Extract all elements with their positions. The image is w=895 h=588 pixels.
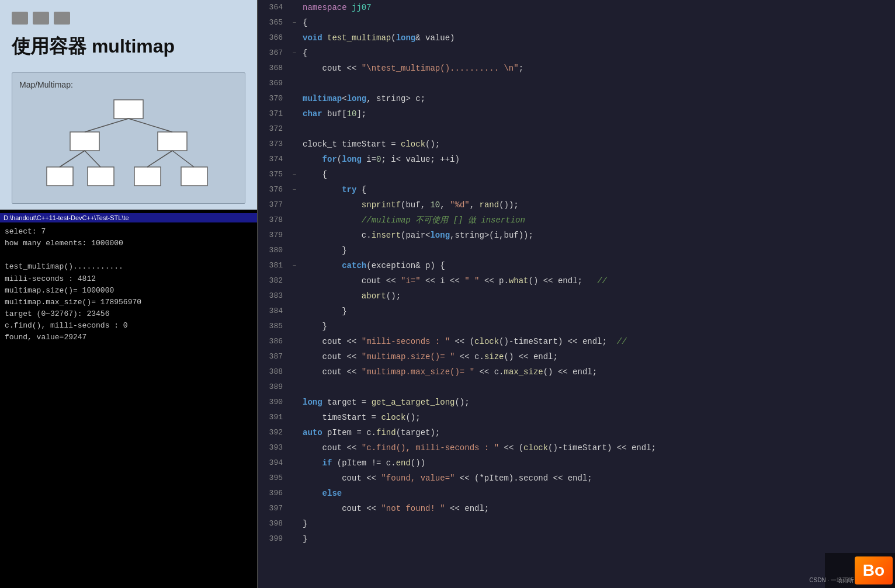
code-row-372: 372 <box>258 121 895 137</box>
code-row-390: 390 long target = get_a_target_long(); <box>258 395 895 410</box>
fold-377 <box>289 197 300 213</box>
fold-399 <box>289 531 300 547</box>
line-num-391: 391 <box>258 410 289 425</box>
code-row-369: 369 <box>258 76 895 91</box>
code-row-394: 394 if (pItem != c.end()) <box>258 455 895 471</box>
terminal-title-bar: D:\handout\C++11-test-DevC++\Test-STL\te <box>0 213 257 222</box>
code-line-390: long target = get_a_target_long(); <box>300 395 895 410</box>
code-line-395: cout << "found, value=" << (*pItem).seco… <box>300 471 895 486</box>
fold-369 <box>289 76 300 91</box>
fold-392 <box>289 425 300 440</box>
code-row-374: 374 for(long i=0; i< value; ++i) <box>258 152 895 167</box>
line-num-382: 382 <box>258 273 289 288</box>
terminal-line-4: milli-seconds : 4812 <box>5 273 252 285</box>
fold-375[interactable]: − <box>289 167 300 182</box>
code-row-378: 378 //multimap 不可使用 [] 做 insertion <box>258 213 895 228</box>
line-num-393: 393 <box>258 440 289 455</box>
code-line-386: cout << "milli-seconds : " << (clock()-t… <box>300 334 895 349</box>
code-line-396: else <box>300 486 895 501</box>
code-line-367: { <box>300 46 895 61</box>
line-num-366: 366 <box>258 30 289 46</box>
line-num-387: 387 <box>258 349 289 364</box>
fold-365[interactable]: − <box>289 15 300 30</box>
fold-370 <box>289 91 300 106</box>
fold-388 <box>289 364 300 380</box>
left-panel: 使用容器 multimap Map/Multimap: <box>0 0 257 588</box>
code-line-381: catch(exception& p) { <box>300 258 895 273</box>
win-btn-3[interactable] <box>54 12 70 25</box>
fold-376[interactable]: − <box>289 182 300 197</box>
code-line-388: cout << "multimap.max_size()= " << c.max… <box>300 364 895 380</box>
fold-380 <box>289 243 300 258</box>
fold-387 <box>289 349 300 364</box>
fold-381[interactable]: − <box>289 258 300 273</box>
code-row-383: 383 abort(); <box>258 288 895 304</box>
line-num-374: 374 <box>258 152 289 167</box>
svg-line-9 <box>60 151 85 167</box>
fold-391 <box>289 410 300 425</box>
win-btn-1[interactable] <box>12 12 28 25</box>
code-line-391: timeStart = clock(); <box>300 410 895 425</box>
fold-364[interactable] <box>289 0 300 15</box>
fold-366[interactable] <box>289 30 300 46</box>
fold-379 <box>289 228 300 243</box>
code-row-399: 399 } <box>258 531 895 547</box>
svg-rect-0 <box>114 100 143 119</box>
code-row-368: 368 cout << "\ntest_multimap()..........… <box>258 61 895 76</box>
code-line-375: { <box>300 167 895 182</box>
line-num-381: 381 <box>258 258 289 273</box>
line-num-386: 386 <box>258 334 289 349</box>
fold-393 <box>289 440 300 455</box>
fold-396 <box>289 486 300 501</box>
code-row-373: 373 clock_t timeStart = clock(); <box>258 137 895 152</box>
code-line-399: } <box>300 531 895 547</box>
code-line-374: for(long i=0; i< value; ++i) <box>300 152 895 167</box>
terminal-line-1: how many elements: 1000000 <box>5 238 252 249</box>
code-line-366: void test_multimap(long& value) <box>300 30 895 46</box>
code-line-398: } <box>300 516 895 531</box>
code-row-385: 385 } <box>258 319 895 334</box>
code-line-364: namespace jj07 <box>300 0 895 15</box>
code-row-388: 388 cout << "multimap.max_size()= " << c… <box>258 364 895 380</box>
svg-rect-1 <box>70 132 99 151</box>
code-line-382: cout << "i=" << i << " " << p.what() << … <box>300 273 895 288</box>
code-line-370: multimap<long, string> c; <box>300 91 895 106</box>
code-line-394: if (pItem != c.end()) <box>300 455 895 471</box>
code-row-389: 389 <box>258 380 895 395</box>
line-num-367: 367 <box>258 46 289 61</box>
code-line-373: clock_t timeStart = clock(); <box>300 137 895 152</box>
title-bar: 使用容器 multimap <box>0 0 257 72</box>
line-num-375: 375 <box>258 167 289 182</box>
code-line-377: snprintf(buf, 10, "%d", rand()); <box>300 197 895 213</box>
code-line-369 <box>300 76 895 91</box>
code-panel: 364 namespace jj07 365 − { 366 void test… <box>257 0 895 588</box>
line-num-364: 364 <box>258 0 289 15</box>
line-num-365: 365 <box>258 15 289 30</box>
fold-395 <box>289 471 300 486</box>
svg-rect-2 <box>158 132 187 151</box>
fold-397 <box>289 501 300 516</box>
fold-367[interactable]: − <box>289 46 300 61</box>
fold-394 <box>289 455 300 471</box>
code-row-370: 370 multimap<long, string> c; <box>258 91 895 106</box>
code-row-393: 393 cout << "c.find(), milli-seconds : "… <box>258 440 895 455</box>
svg-line-8 <box>129 119 172 132</box>
line-num-392: 392 <box>258 425 289 440</box>
code-row-379: 379 c.insert(pair<long,string>(i,buf)); <box>258 228 895 243</box>
svg-rect-4 <box>88 167 114 186</box>
code-line-383: abort(); <box>300 288 895 304</box>
line-num-399: 399 <box>258 531 289 547</box>
terminal-line-6: multimap.max_size()= 178956970 <box>5 297 252 308</box>
svg-line-12 <box>172 151 194 167</box>
line-num-384: 384 <box>258 304 289 319</box>
line-num-394: 394 <box>258 455 289 471</box>
fold-385 <box>289 319 300 334</box>
terminal-line-5: multimap.size()= 1000000 <box>5 285 252 297</box>
line-num-395: 395 <box>258 471 289 486</box>
code-line-371: char buf[10]; <box>300 106 895 121</box>
code-line-387: cout << "multimap.size()= " << c.size() … <box>300 349 895 364</box>
win-btn-2[interactable] <box>33 12 49 25</box>
code-row-391: 391 timeStart = clock(); <box>258 410 895 425</box>
code-line-385: } <box>300 319 895 334</box>
fold-378 <box>289 213 300 228</box>
